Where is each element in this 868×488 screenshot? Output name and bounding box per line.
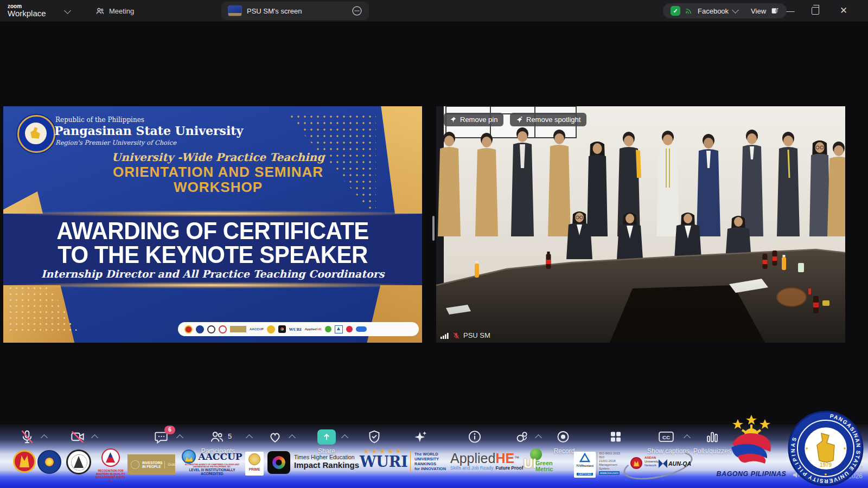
bagong-pilipinas-wordmark: BAGONG PILIPINAS [716, 470, 787, 478]
slide-subtitle: Internship Director and All Practice Tea… [3, 268, 422, 280]
tuv-logo: TÜVRheinland CERTIFIED [574, 452, 596, 478]
wuri-subtitle: The WORLDUNIVERSITY RANKINGSfor INNOVATI… [410, 452, 446, 471]
aaccup-tagline: ACCREDITING AGENCY OF CHARTERED COLLEGES… [183, 464, 241, 468]
broadcast-icon [685, 7, 693, 15]
workspace-chevron-down-icon[interactable] [64, 7, 71, 14]
participants-options-chevron[interactable] [246, 434, 253, 441]
slide-main-line1: AWARDING OF CERTIFICATE [3, 217, 422, 245]
misc-mini-logo-1 [346, 326, 353, 332]
apps-button[interactable] [515, 429, 529, 444]
brand-workplace: Workplace [8, 9, 46, 17]
remove-pin-label: Remove pin [460, 115, 497, 124]
wuri-mini-logo: WURI [289, 327, 302, 332]
gold-glow-top [3, 210, 422, 217]
slide-main-line2: TO THE KEYNOTE SPEAKER [3, 241, 422, 268]
psu-seal-large: PANGASINAN STATE UNIVERSITY PILIPINAS 19… [788, 410, 864, 486]
live-stream-pill[interactable]: ✓ Facebook View [663, 3, 787, 18]
remove-pin-button[interactable]: Remove pin [444, 113, 503, 126]
wuri-logo: ★★★★★ WURI [360, 448, 407, 469]
the-impact-logo-mark [267, 451, 290, 474]
prime-mini-logo [267, 325, 275, 333]
applied-mini-logo: Applied [305, 328, 317, 331]
tab-meeting-label: Meeting [109, 7, 134, 15]
svg-text:CC: CC [662, 434, 670, 440]
the-impact-logo-text: Times Higher Education Impact Rankings [294, 454, 359, 470]
aaccup-wordmark: AACCUP [198, 451, 242, 462]
chat-options-chevron[interactable] [176, 434, 183, 441]
title-bar: zoom Workplace Meeting PSU SM's screen ✓ [0, 0, 868, 22]
ched-seal-logo [37, 450, 61, 474]
appliedhe-logo: AppliedHE™ Skills and Job Ready. Future … [450, 452, 523, 471]
greenmetric-mini-logo [325, 326, 331, 332]
mute-button[interactable] [20, 429, 35, 444]
participant-name: PSU SM [463, 331, 490, 339]
view-button-label[interactable]: View [751, 7, 766, 15]
view-layout-icon [770, 7, 779, 15]
prime-wordmark: PRIME [245, 467, 264, 471]
shared-screen-video[interactable]: Republic of the Philippines Pangasinan S… [3, 106, 422, 343]
tuv-mini-logo [335, 325, 343, 333]
stream-platform-label: Facebook [698, 7, 729, 15]
the-mini-logo [278, 325, 286, 333]
close-button[interactable]: ✕ [835, 0, 852, 22]
share-screen-button[interactable] [317, 429, 336, 445]
meeting-info-button[interactable] [468, 429, 482, 444]
apps-options-chevron[interactable] [535, 434, 542, 441]
psu-seal-small [17, 115, 55, 153]
asean-mini-logo [184, 325, 193, 333]
chat-unread-badge: 6 [164, 426, 175, 434]
tab-shared-screen[interactable]: PSU SM's screen [221, 2, 369, 20]
secure-shield-icon: ✓ [671, 6, 680, 16]
remove-spotlight-button[interactable]: Remove spotlight [510, 113, 586, 126]
slide-title-line1: ORIENTATION AND SEMINAR [3, 164, 422, 181]
slide-logo-strip: AACCUP WURI AppliedHE [178, 322, 419, 336]
video-button[interactable] [70, 429, 85, 444]
screen-thumbnail [228, 5, 242, 16]
ched-mini-logo [196, 325, 204, 333]
meeting-toolbar: 6 5 Participants Share [0, 425, 868, 488]
breakout-rooms-button[interactable] [609, 429, 623, 444]
host-tools-button[interactable] [367, 429, 382, 444]
spotlight-pin-icon [516, 116, 523, 123]
pin-icon [450, 116, 457, 123]
participant-video[interactable]: Remove pin Remove spotlight [436, 106, 845, 343]
captions-button[interactable]: CC [658, 429, 674, 444]
gallery-scrollbar[interactable] [432, 216, 435, 241]
participants-button[interactable] [210, 429, 225, 444]
tuv-iso-text: ISO 9001:2015ISO 21001:2018 ManagementSy… [597, 452, 622, 475]
accreditation-seal-logo [66, 450, 91, 474]
quality-caption: RECOGNITION FOR MASTERY IN QUALITY MANAG… [95, 469, 126, 482]
slide-script-title: University -Wide Practice Teaching [3, 151, 422, 164]
slide-title-line2: WORKSHOP [3, 179, 422, 196]
iip-mini-logo [230, 326, 246, 332]
gold-glow-bottom [3, 282, 422, 288]
seal-mini-logo [207, 325, 215, 333]
more-options-icon[interactable] [352, 5, 362, 16]
stream-chevron-down-icon[interactable] [732, 7, 739, 14]
mic-options-chevron[interactable] [41, 434, 48, 441]
minimize-button[interactable]: — [782, 0, 799, 22]
reactions-button[interactable] [267, 429, 283, 444]
meeting-stage: Republic of the Philippines Pangasinan S… [0, 22, 868, 425]
misc-mini-logo-2 [356, 326, 367, 332]
reactions-options-chevron[interactable] [289, 434, 296, 441]
ai-companion-button[interactable] [413, 429, 428, 445]
remove-spotlight-label: Remove spotlight [526, 115, 580, 124]
slide-university-name: Pangasinan State University [54, 124, 243, 138]
group-photo [436, 106, 845, 343]
tab-meeting[interactable]: Meeting [95, 0, 134, 22]
prime-hrm-logo: PRIME [245, 452, 264, 476]
aun-qa-logo: ASEAN University Network AUN-QA [623, 451, 691, 477]
investors-in-people-logo: INVESTORSIN PEOPLE Gold [127, 454, 175, 474]
video-options-chevron[interactable] [91, 434, 98, 441]
people-icon [95, 7, 105, 16]
network-signal-icon [441, 332, 449, 339]
restore-button[interactable] [812, 7, 819, 15]
zoom-workplace-logo: zoom Workplace [8, 4, 46, 17]
share-options-chevron[interactable] [341, 434, 348, 441]
record-button[interactable] [556, 429, 571, 444]
captions-options-chevron[interactable] [684, 434, 691, 441]
wuri-wordmark: WURI [360, 454, 407, 469]
slide-republic-line: Republic of the Philippines [55, 116, 144, 124]
record-label: Record [554, 447, 575, 455]
